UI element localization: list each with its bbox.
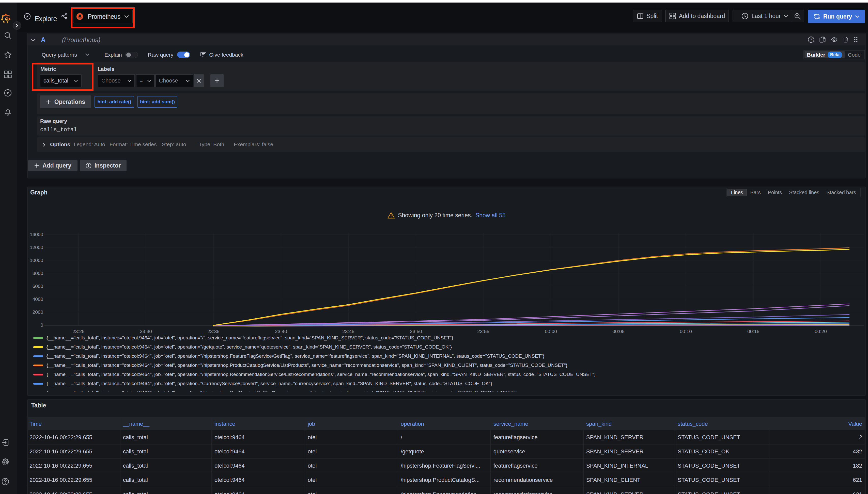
svg-text:4000: 4000 <box>33 297 43 302</box>
svg-text:00:10: 00:10 <box>680 329 692 334</box>
svg-text:00:05: 00:05 <box>612 329 625 334</box>
svg-text:10000: 10000 <box>30 258 43 263</box>
svg-text:6000: 6000 <box>33 284 43 289</box>
svg-text:0: 0 <box>40 322 43 328</box>
svg-text:14000: 14000 <box>30 232 43 237</box>
svg-text:?: ? <box>810 38 812 42</box>
svg-text:8000: 8000 <box>33 271 43 276</box>
svg-text:00:20: 00:20 <box>815 329 827 334</box>
svg-text:2000: 2000 <box>33 309 43 315</box>
svg-text:12000: 12000 <box>30 245 43 250</box>
svg-text:00:15: 00:15 <box>747 329 759 334</box>
